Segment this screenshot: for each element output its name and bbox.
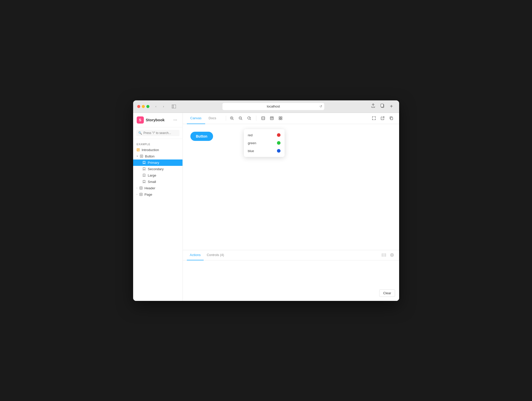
reload-button[interactable]: ↺: [319, 104, 322, 108]
zoom-out-button[interactable]: [237, 114, 244, 122]
sidebar-toggle-button[interactable]: [170, 104, 177, 109]
svg-rect-36: [281, 118, 282, 120]
preview-button[interactable]: Button: [190, 132, 213, 141]
tab-controls[interactable]: Controls (4): [204, 250, 227, 260]
large-bookmark-icon: [143, 174, 146, 177]
dropdown-blue-dot: [277, 149, 281, 153]
introduction-icon: [137, 148, 140, 151]
search-icon: 🔍: [138, 131, 142, 135]
traffic-light-yellow[interactable]: [142, 105, 145, 108]
sidebar-item-page-label: Page: [145, 193, 152, 196]
main-content: Canvas Docs: [183, 113, 399, 301]
view-single-button[interactable]: [259, 114, 267, 122]
sidebar-item-large[interactable]: Large: [133, 172, 183, 179]
storybook-icon: S: [137, 116, 144, 124]
sidebar-nav: EXAMPLE Introduction ▾: [133, 139, 183, 301]
svg-rect-35: [279, 118, 280, 120]
toolbar-right: [370, 114, 395, 122]
forward-button[interactable]: ›: [160, 104, 167, 109]
sidebar-item-button-label: Button: [145, 154, 155, 158]
bottom-content: Clear: [183, 260, 399, 301]
sidebar-item-secondary[interactable]: Secondary: [133, 166, 183, 172]
svg-rect-30: [271, 117, 272, 118]
share-button[interactable]: [370, 103, 377, 109]
sidebar-item-primary[interactable]: Primary: [133, 159, 183, 166]
button-chevron-icon: ▾: [137, 155, 138, 157]
svg-line-23: [241, 119, 242, 120]
bottom-toolbar: Actions Controls (4): [183, 250, 399, 260]
sidebar-header: S Storybook ···: [133, 113, 183, 127]
storybook-logo: S Storybook: [137, 116, 165, 124]
svg-rect-26: [262, 117, 265, 120]
toolbar-tabs: Canvas Docs: [187, 113, 220, 124]
header-chevron-icon: ›: [137, 187, 137, 189]
svg-rect-37: [390, 117, 393, 120]
svg-line-20: [233, 119, 233, 120]
sidebar-item-introduction[interactable]: Introduction: [133, 147, 183, 153]
copy-link-button[interactable]: [387, 114, 395, 122]
dropdown-item-blue[interactable]: blue: [244, 147, 285, 155]
storybook-icon-label: S: [139, 118, 141, 122]
storybook-name: Storybook: [146, 118, 165, 122]
dropdown-item-green[interactable]: green: [244, 139, 285, 147]
external-link-button[interactable]: [379, 114, 386, 122]
tab-canvas[interactable]: Canvas: [187, 113, 205, 124]
view-grid-button[interactable]: [277, 114, 284, 122]
sidebar-item-small[interactable]: Small: [133, 179, 183, 185]
search-input-wrap[interactable]: 🔍: [136, 130, 179, 136]
bottom-right-actions: [381, 252, 395, 258]
sidebar-item-introduction-label: Introduction: [142, 148, 159, 152]
sidebar-item-header[interactable]: › Header: [133, 185, 183, 191]
traffic-light-green[interactable]: [146, 105, 149, 108]
menu-button[interactable]: ···: [172, 116, 179, 124]
canvas-area: Button red green blue: [183, 124, 399, 250]
bottom-panel: Actions Controls (4): [183, 250, 399, 301]
svg-line-25: [250, 119, 251, 120]
tab-actions[interactable]: Actions: [187, 250, 204, 260]
svg-rect-33: [279, 117, 280, 118]
address-bar[interactable]: localhost ↺: [222, 103, 324, 110]
dropdown-green-dot: [277, 141, 281, 145]
sidebar-item-button[interactable]: ▾ Button: [133, 153, 183, 159]
svg-rect-3: [381, 104, 383, 107]
back-button[interactable]: ‹: [152, 104, 160, 109]
zoom-in-button[interactable]: [228, 114, 236, 122]
header-expand-icon: [139, 186, 143, 190]
zoom-reset-button[interactable]: [245, 114, 253, 122]
search-input[interactable]: [144, 131, 177, 135]
app-layout: S Storybook ··· 🔍 EXAMPLE: [133, 113, 399, 301]
nav-buttons: ‹ ›: [152, 104, 167, 109]
new-tab-button[interactable]: +: [388, 103, 395, 110]
svg-rect-32: [271, 119, 273, 119]
address-bar-wrapper: localhost ↺: [180, 103, 367, 110]
close-panel-button[interactable]: [389, 252, 395, 258]
svg-rect-0: [172, 105, 176, 108]
primary-bookmark-icon: [143, 161, 146, 164]
duplicate-button[interactable]: [379, 103, 386, 109]
view-media-button[interactable]: [268, 114, 276, 122]
dropdown-red-dot: [277, 133, 281, 137]
svg-rect-5: [137, 149, 139, 150]
secondary-bookmark-icon: [143, 167, 146, 170]
toolbar: Canvas Docs: [183, 113, 399, 124]
button-expand-icon: [140, 155, 144, 158]
sidebar-item-page[interactable]: › Page: [133, 191, 183, 198]
sidebar: S Storybook ··· 🔍 EXAMPLE: [133, 113, 183, 301]
page-chevron-icon: ›: [137, 193, 137, 196]
bottom-panel-icon-btn[interactable]: [381, 252, 387, 258]
clear-button[interactable]: Clear: [379, 289, 395, 297]
toolbar-divider: [226, 116, 226, 121]
traffic-light-red[interactable]: [137, 105, 140, 108]
section-label: EXAMPLE: [133, 141, 183, 147]
sidebar-item-large-label: Large: [148, 173, 156, 177]
tab-docs[interactable]: Docs: [205, 113, 220, 124]
sidebar-item-header-label: Header: [145, 186, 156, 190]
page-expand-icon: [139, 193, 143, 196]
svg-rect-34: [281, 117, 282, 118]
dropdown-green-label: green: [248, 141, 256, 145]
fullscreen-button[interactable]: [370, 114, 378, 122]
dropdown-item-red[interactable]: red: [244, 131, 285, 139]
url-text: localhost: [267, 104, 280, 108]
toolbar-mid-divider: [256, 116, 256, 121]
traffic-lights: [137, 105, 149, 108]
